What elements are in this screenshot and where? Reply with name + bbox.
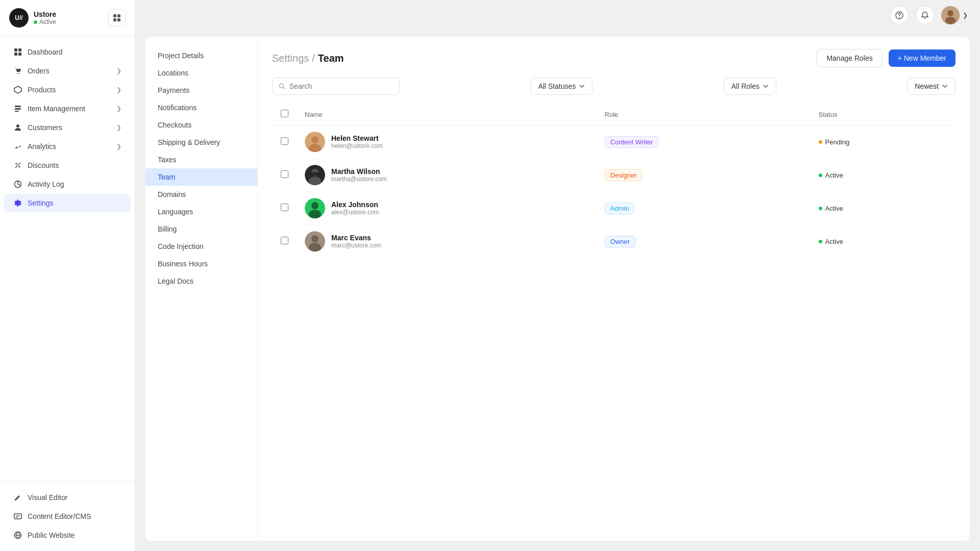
member-role-cell: Designer (597, 159, 811, 192)
settings-nav-code-injection[interactable]: Code Injection (145, 238, 257, 255)
sidebar-item-visual-editor[interactable]: Visual Editor (4, 488, 131, 507)
member-details: Alex Johnson alex@ustore.com (331, 201, 379, 216)
member-name-cell: Alex Johnson alex@ustore.com (297, 192, 597, 225)
team-table: Name Role Status (272, 103, 955, 258)
member-status-cell: Active (811, 159, 955, 192)
member-status-cell: Active (811, 225, 955, 258)
member-name-cell: Helen Stewart helen@ustore.com (297, 126, 597, 159)
orders-icon (13, 66, 22, 76)
sidebar-label-orders: Orders (28, 67, 50, 75)
row-select-checkbox[interactable] (281, 237, 288, 244)
svg-point-28 (945, 17, 955, 24)
status-label: Active (825, 238, 843, 245)
select-all-checkbox[interactable] (281, 110, 288, 117)
settings-nav-billing[interactable]: Billing (145, 220, 257, 238)
row-checkbox-cell (273, 159, 297, 192)
brand-logo[interactable]: U// Ustore Active (9, 8, 56, 28)
sidebar-label-dashboard: Dashboard (28, 48, 63, 56)
sidebar-item-orders[interactable]: Orders ❯ (4, 62, 131, 80)
member-name: Martha Wilson (331, 167, 387, 176)
member-email: martha@ustore.com (331, 176, 387, 183)
status-badge: Pending (819, 138, 947, 146)
member-name: Helen Stewart (331, 134, 383, 142)
settings-nav-business-hours[interactable]: Business Hours (145, 255, 257, 272)
brand-info: Ustore Active (34, 10, 56, 26)
settings-nav-legal-docs[interactable]: Legal Docs (145, 272, 257, 290)
settings-nav: Project Details Locations Payments Notif… (145, 37, 258, 541)
brand-icon: U// (9, 8, 29, 28)
sidebar-item-customers[interactable]: Customers ❯ (4, 118, 131, 137)
sidebar-item-products[interactable]: Products ❯ (4, 81, 131, 99)
search-box[interactable] (272, 78, 400, 95)
svg-rect-11 (15, 108, 21, 110)
role-badge: Admin (605, 203, 635, 214)
table-row: Alex Johnson alex@ustore.com Admin Activ… (273, 192, 955, 225)
member-details: Helen Stewart helen@ustore.com (331, 134, 383, 149)
new-member-button[interactable]: + New Member (889, 49, 955, 67)
settings-nav-shipping[interactable]: Shipping & Delivery (145, 134, 257, 151)
sidebar-item-settings[interactable]: Settings (4, 194, 131, 212)
user-avatar-button[interactable]: ❯ (941, 6, 968, 24)
settings-nav-team[interactable]: Team (145, 168, 257, 186)
settings-nav-checkouts[interactable]: Checkouts (145, 116, 257, 134)
row-select-checkbox[interactable] (281, 137, 288, 145)
row-select-checkbox[interactable] (281, 204, 288, 211)
settings-nav-locations[interactable]: Locations (145, 64, 257, 82)
brand-status: Active (34, 18, 56, 26)
settings-nav-notifications[interactable]: Notifications (145, 99, 257, 116)
search-input[interactable] (289, 82, 393, 90)
member-avatar (305, 165, 325, 185)
member-avatar (305, 231, 325, 252)
status-filter[interactable]: All Statuses (530, 78, 593, 95)
customers-icon (13, 123, 22, 132)
sidebar-label-analytics: Analytics (28, 142, 56, 151)
item-management-icon (13, 104, 22, 113)
sidebar-item-dashboard[interactable]: Dashboard (4, 43, 131, 61)
help-button[interactable] (890, 6, 909, 24)
member-avatar (305, 198, 325, 218)
dashboard-icon (13, 47, 22, 57)
manage-roles-button[interactable]: Manage Roles (817, 49, 882, 67)
roles-filter[interactable]: All Roles (724, 78, 776, 95)
sort-filter[interactable]: Newest (907, 78, 955, 95)
settings-nav-taxes[interactable]: Taxes (145, 151, 257, 168)
help-icon (895, 11, 903, 19)
status-dot (819, 207, 822, 210)
header-actions: Manage Roles + New Member (817, 49, 955, 67)
sidebar-item-public-website[interactable]: Public Website (4, 526, 131, 544)
page-content: Project Details Locations Payments Notif… (135, 31, 980, 551)
brand-name: Ustore (34, 10, 56, 18)
sidebar-item-activity-log[interactable]: Activity Log (4, 175, 131, 193)
settings-nav-languages[interactable]: Languages (145, 203, 257, 220)
settings-nav-project-details[interactable]: Project Details (145, 47, 257, 64)
status-badge: Active (819, 171, 947, 179)
sidebar-item-discounts[interactable]: Discounts (4, 156, 131, 174)
notifications-button[interactable] (916, 6, 934, 24)
activity-log-icon (13, 180, 22, 189)
row-checkbox-cell (273, 192, 297, 225)
svg-rect-6 (14, 53, 17, 56)
member-name: Marc Evans (331, 234, 381, 242)
content-editor-icon (13, 512, 22, 521)
svg-rect-5 (18, 48, 21, 52)
sidebar-item-content-editor[interactable]: Content Editor/CMS (4, 507, 131, 525)
sidebar-item-item-management[interactable]: Item Management ❯ (4, 99, 131, 118)
chevron-down-icon (579, 83, 585, 89)
role-column-header: Role (597, 104, 811, 126)
grid-view-button[interactable] (108, 9, 126, 27)
sidebar-item-analytics[interactable]: Analytics ❯ (4, 137, 131, 156)
sidebar-label-public-website: Public Website (28, 531, 75, 539)
svg-point-25 (899, 17, 900, 18)
svg-rect-10 (15, 106, 21, 107)
table-row: Martha Wilson martha@ustore.com Designer… (273, 159, 955, 192)
status-badge: Active (819, 205, 947, 212)
member-name-cell: Marc Evans marc@ustore.com (297, 225, 597, 258)
settings-nav-domains[interactable]: Domains (145, 186, 257, 203)
member-details: Martha Wilson martha@ustore.com (331, 167, 387, 183)
settings-nav-payments[interactable]: Payments (145, 82, 257, 99)
member-name: Alex Johnson (331, 201, 379, 209)
member-info: Marc Evans marc@ustore.com (305, 231, 589, 252)
svg-point-41 (311, 235, 318, 242)
row-select-checkbox[interactable] (281, 170, 288, 178)
topbar: ❯ (135, 0, 980, 31)
